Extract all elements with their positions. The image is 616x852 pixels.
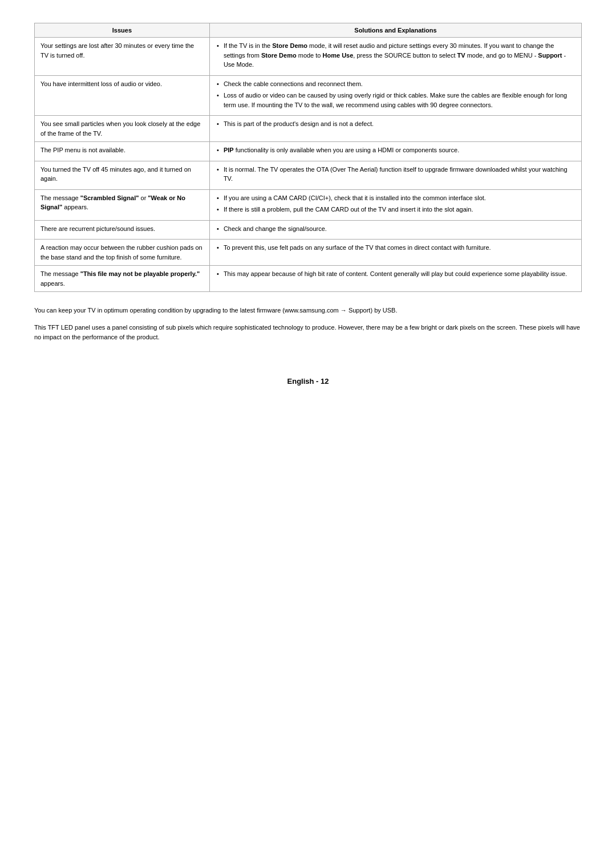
solution-cell: PIP functionality is only available when…: [209, 142, 581, 161]
solution-item: Check the cable connections and reconnec…: [216, 79, 576, 89]
solution-cell: To prevent this, use felt pads on any su…: [209, 240, 581, 266]
col-issues-header: Issues: [35, 23, 210, 38]
table-row: The message "Scrambled Signal" or "Weak …: [35, 189, 582, 220]
issue-cell: You have intermittent loss of audio or v…: [35, 75, 210, 116]
table-row: You turned the TV off 45 minutes ago, an…: [35, 161, 582, 189]
table-row: There are recurrent picture/sound issues…: [35, 220, 582, 240]
page-number: English - 12: [34, 377, 582, 386]
footer-paragraph2: This TFT LED panel uses a panel consisti…: [34, 323, 582, 343]
footer-paragraph1: You can keep your TV in optimum operatin…: [34, 306, 582, 316]
solution-item: If the TV is in the Store Demo mode, it …: [216, 41, 576, 70]
table-row: You see small particles when you look cl…: [35, 116, 582, 142]
col-solutions-header: Solutions and Explanations: [209, 23, 581, 38]
solution-cell: Check the cable connections and reconnec…: [209, 75, 581, 116]
solution-item: If there is still a problem, pull the CA…: [216, 205, 576, 214]
solution-cell: If you are using a CAM CARD (CI/CI+), ch…: [209, 189, 581, 220]
issue-cell: Your settings are lost after 30 minutes …: [35, 38, 210, 76]
table-row: You have intermittent loss of audio or v…: [35, 75, 582, 116]
solution-cell: Check and change the signal/source.: [209, 220, 581, 240]
table-row: The PIP menu is not available.PIP functi…: [35, 142, 582, 161]
solution-cell: It is normal. The TV operates the OTA (O…: [209, 161, 581, 189]
solution-item: Check and change the signal/source.: [216, 224, 576, 234]
issue-cell: You turned the TV off 45 minutes ago, an…: [35, 161, 210, 189]
issue-cell: The PIP menu is not available.: [35, 142, 210, 161]
solution-cell: This may appear because of high bit rate…: [209, 266, 581, 292]
issue-cell: The message "This file may not be playab…: [35, 266, 210, 292]
solution-cell: If the TV is in the Store Demo mode, it …: [209, 38, 581, 76]
solution-item: If you are using a CAM CARD (CI/CI+), ch…: [216, 193, 576, 203]
issue-cell: There are recurrent picture/sound issues…: [35, 220, 210, 240]
table-row: A reaction may occur between the rubber …: [35, 240, 582, 266]
solution-item: To prevent this, use felt pads on any su…: [216, 243, 576, 253]
solution-item: This may appear because of high bit rate…: [216, 269, 576, 279]
issue-cell: The message "Scrambled Signal" or "Weak …: [35, 189, 210, 220]
issue-cell: You see small particles when you look cl…: [35, 116, 210, 142]
solution-cell: This is part of the product's design and…: [209, 116, 581, 142]
issue-cell: A reaction may occur between the rubber …: [35, 240, 210, 266]
issues-table: Issues Solutions and Explanations Your s…: [34, 23, 582, 292]
solution-item: PIP functionality is only available when…: [216, 145, 576, 155]
table-row: The message "This file may not be playab…: [35, 266, 582, 292]
solution-item: Loss of audio or video can be caused by …: [216, 91, 576, 109]
table-row: Your settings are lost after 30 minutes …: [35, 38, 582, 76]
solution-item: It is normal. The TV operates the OTA (O…: [216, 165, 576, 184]
page-content: Issues Solutions and Explanations Your s…: [34, 23, 582, 386]
solution-item: This is part of the product's design and…: [216, 119, 576, 129]
